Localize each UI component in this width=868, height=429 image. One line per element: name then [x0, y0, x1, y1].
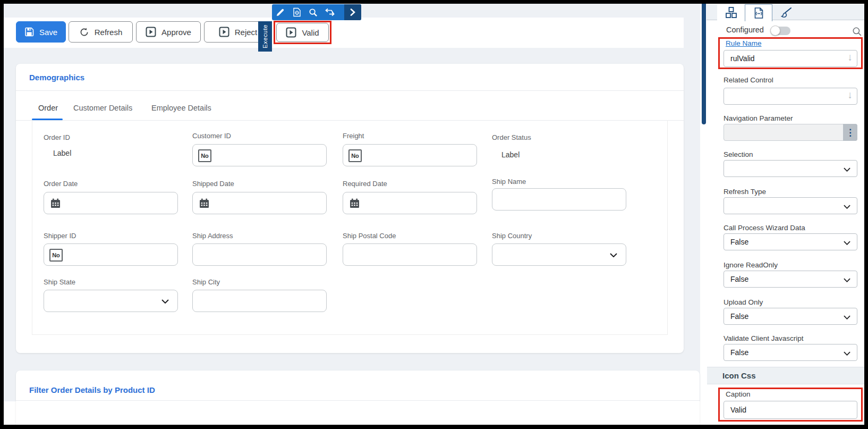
search-icon[interactable] — [305, 4, 321, 20]
window-frame — [864, 0, 868, 429]
divider — [16, 400, 700, 401]
ship-state-select[interactable] — [44, 290, 178, 312]
field-label-customer-id: Customer ID — [192, 132, 231, 140]
divider — [16, 90, 684, 91]
field-label-ship-city: Ship City — [192, 278, 220, 286]
chevron-right-icon[interactable] — [344, 4, 361, 20]
designer-mini-toolbar — [272, 4, 361, 20]
ship-address-input[interactable] — [192, 243, 327, 266]
configured-toggle[interactable] — [771, 27, 790, 35]
validate-client-javascript-label: Validate Client Javascript — [724, 334, 804, 342]
rule-name-highlight — [718, 37, 863, 69]
shipper-id-input[interactable]: No — [44, 243, 178, 266]
order-date-input[interactable] — [44, 192, 178, 214]
ellipsis-button[interactable]: ⋮ — [843, 124, 857, 141]
app-window: Save Refresh Approve Reject Valid Execut… — [0, 0, 868, 429]
ignore-readonly-label: Ignore ReadOnly — [724, 261, 778, 269]
field-label-required-date: Required Date — [343, 180, 387, 188]
refresh-type-select[interactable] — [724, 197, 857, 214]
icon-css-header-label: Icon Css — [722, 371, 756, 380]
number-type-badge: No — [198, 149, 211, 162]
chevron-down-icon — [161, 299, 169, 304]
hierarchy-icon — [726, 7, 737, 18]
section-title: Demographics — [29, 73, 84, 82]
field-label-ship-address: Ship Address — [192, 232, 233, 240]
calendar-icon — [199, 198, 209, 208]
tab-control-hierarchy[interactable] — [717, 4, 745, 21]
chevron-down-icon — [844, 241, 850, 245]
ship-postal-code-input[interactable] — [343, 243, 477, 266]
ship-country-select[interactable] — [492, 243, 626, 266]
field-label-shipper-id: Shipper ID — [44, 232, 76, 240]
shipped-date-input[interactable] — [192, 192, 327, 214]
refresh-button[interactable]: Refresh — [69, 21, 133, 43]
valid-button[interactable]: Valid — [276, 23, 329, 42]
save-label: Save — [39, 28, 57, 37]
window-frame — [0, 0, 4, 429]
tab-control-properties[interactable] — [745, 4, 772, 21]
validate-client-javascript-select[interactable]: False — [724, 344, 857, 361]
navigation-parameter-input[interactable]: ⋮ — [724, 124, 857, 141]
number-type-badge: No — [348, 149, 362, 162]
chevron-down-icon — [844, 205, 850, 209]
field-label-order-date: Order Date — [44, 180, 78, 188]
navigation-parameter-label: Navigation Parameter — [724, 114, 793, 122]
upload-only-select[interactable]: False — [724, 308, 857, 325]
field-label-freight: Freight — [343, 132, 364, 140]
chevron-down-icon — [844, 278, 850, 282]
refresh-type-label: Refresh Type — [724, 188, 766, 196]
field-label-order-id: Order ID — [44, 133, 70, 141]
calendar-icon — [350, 198, 360, 208]
reject-label: Reject — [235, 28, 258, 37]
field-label-ship-country: Ship Country — [492, 232, 532, 240]
execute-tab[interactable]: Execute — [258, 21, 272, 52]
paintbrush-icon — [780, 7, 792, 19]
field-label-ship-state: Ship State — [44, 278, 75, 286]
approve-button[interactable]: Approve — [136, 21, 201, 43]
call-process-wizard-data-value: False — [730, 238, 748, 246]
section-title: Filter Order Details by Product ID — [29, 385, 155, 394]
approve-label: Approve — [161, 28, 191, 37]
ship-name-input[interactable] — [492, 188, 626, 211]
ignore-readonly-select[interactable]: False — [724, 271, 857, 288]
valid-label: Valid — [302, 28, 319, 37]
refresh-label: Refresh — [95, 28, 123, 37]
selection-label: Selection — [724, 150, 753, 158]
tab-order[interactable]: Order — [38, 104, 58, 112]
tab-employee-details[interactable]: Employee Details — [151, 104, 211, 112]
demographics-section: Demographics Order Customer Details Empl… — [16, 64, 684, 353]
field-value-order-id: Label — [53, 149, 71, 157]
field-value-order-status: Label — [501, 150, 520, 159]
toggle-knob — [770, 26, 780, 36]
valid-button-highlight: Valid — [274, 21, 331, 44]
ship-city-input[interactable] — [192, 290, 327, 312]
related-control-input[interactable]: ↓ — [724, 88, 857, 105]
edit-pencil-icon[interactable] — [272, 4, 288, 20]
field-label-order-status: Order Status — [492, 133, 531, 141]
upload-only-value: False — [730, 312, 748, 321]
refresh-icon — [79, 27, 89, 37]
chevron-down-icon — [844, 351, 850, 356]
customer-id-input[interactable]: No — [192, 144, 327, 166]
chevron-down-icon — [844, 167, 850, 172]
panel-search-icon[interactable] — [852, 27, 862, 37]
tab-control-style[interactable] — [772, 4, 800, 21]
document-gear-icon[interactable] — [288, 4, 305, 20]
save-icon — [24, 27, 34, 37]
window-frame — [0, 0, 868, 4]
number-type-badge: No — [49, 249, 63, 262]
calendar-icon — [50, 198, 61, 208]
field-label-ship-name: Ship Name — [492, 178, 526, 186]
freight-input[interactable]: No — [343, 144, 477, 166]
tab-customer-details[interactable]: Customer Details — [73, 104, 132, 112]
vertical-scrollbar-thumb[interactable] — [702, 4, 706, 124]
related-control-label: Related Control — [724, 76, 773, 84]
caption-highlight — [718, 388, 863, 422]
save-button[interactable]: Save — [16, 21, 66, 43]
required-date-input[interactable] — [343, 192, 477, 214]
ignore-readonly-value: False — [730, 275, 748, 283]
selection-select[interactable] — [724, 160, 857, 177]
call-process-wizard-data-select[interactable]: False — [724, 233, 857, 250]
swap-arrows-icon[interactable] — [321, 4, 338, 20]
chevron-down-icon — [610, 253, 617, 257]
